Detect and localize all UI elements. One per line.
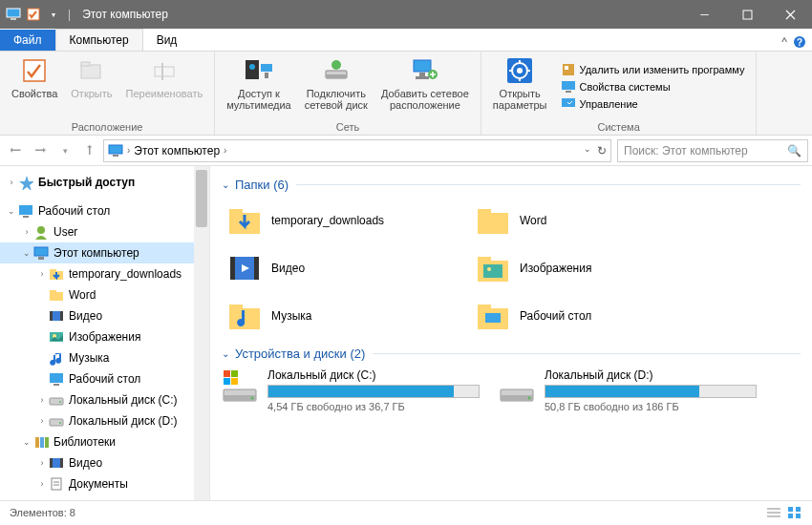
expand-icon[interactable]: › xyxy=(6,178,17,187)
expand-icon[interactable]: ⌄ xyxy=(21,248,32,258)
svg-rect-35 xyxy=(113,155,118,157)
tab-file[interactable]: Файл xyxy=(0,30,55,51)
search-input[interactable]: Поиск: Этот компьютер 🔍 xyxy=(617,139,808,162)
drive-name: Локальный диск (D:) xyxy=(545,368,757,382)
uninstall-button[interactable]: Удалить или изменить программу xyxy=(561,62,745,77)
music-icon xyxy=(227,299,262,333)
address-bar[interactable]: › Этот компьютер › ⌄ ↻ xyxy=(103,139,611,162)
drives-group-header[interactable]: ⌄Устройства и диски (2) xyxy=(222,346,801,361)
folder-name: temporary_downloads xyxy=(271,214,384,227)
svg-rect-84 xyxy=(231,370,238,377)
manage-button[interactable]: Управление xyxy=(561,96,745,112)
add-netloc-button[interactable]: Добавить сетевое расположение xyxy=(375,53,475,120)
music-icon xyxy=(48,349,65,367)
tree-item[interactable]: ›temporary_downloads xyxy=(0,263,209,284)
expand-icon[interactable]: › xyxy=(36,395,48,405)
folder-item[interactable]: Word xyxy=(470,200,718,242)
svg-rect-0 xyxy=(7,9,20,17)
expand-icon[interactable]: › xyxy=(36,479,48,489)
svg-rect-86 xyxy=(231,378,238,385)
tree-item[interactable]: ⌄Этот компьютер xyxy=(0,242,209,263)
folder-item[interactable]: Изображения xyxy=(470,247,718,289)
tree-item[interactable]: Рабочий стол xyxy=(0,368,209,389)
folder-name: Видео xyxy=(271,262,305,275)
tree-item[interactable]: Word xyxy=(0,284,209,305)
nav-tree[interactable]: ›Быстрый доступ⌄Рабочий стол›User⌄Этот к… xyxy=(0,166,210,500)
folder-item[interactable]: Музыка xyxy=(222,295,470,337)
tree-item[interactable]: Видео xyxy=(0,305,209,326)
folder-item[interactable]: Рабочий стол xyxy=(470,295,718,337)
tab-computer[interactable]: Компьютер xyxy=(55,29,143,51)
chevron-icon[interactable]: › xyxy=(127,145,130,156)
svg-rect-75 xyxy=(478,257,491,262)
manage-icon xyxy=(561,96,576,112)
qat-properties-icon[interactable] xyxy=(25,6,42,23)
expand-icon[interactable]: › xyxy=(36,458,48,468)
forward-button[interactable]: 🠖 xyxy=(29,139,52,162)
folder-item[interactable]: Видео xyxy=(222,247,470,289)
drive-item[interactable]: Локальный диск (D:)50,8 ГБ свободно из 1… xyxy=(499,368,757,412)
drive-free-text: 50,8 ГБ свободно из 186 ГБ xyxy=(545,401,757,412)
qat-dropdown-icon[interactable]: ▾ xyxy=(45,6,62,23)
tiles-view-icon[interactable] xyxy=(787,506,802,519)
tree-item-label: Библиотеки xyxy=(53,435,116,449)
expand-icon[interactable]: ⌄ xyxy=(6,206,17,216)
svg-rect-16 xyxy=(326,74,347,78)
back-button[interactable]: 🠔 xyxy=(4,139,27,162)
expand-icon[interactable]: ⌄ xyxy=(21,437,32,447)
svg-rect-69 xyxy=(478,209,491,215)
up-button[interactable]: 🠕 xyxy=(78,139,101,162)
svg-rect-51 xyxy=(50,373,63,383)
tree-item[interactable]: ›Быстрый доступ xyxy=(0,172,209,193)
content-area: ⌄Папки (6) temporary_downloadsWordВидеоИ… xyxy=(210,166,812,500)
desktop-folder-icon xyxy=(476,299,510,333)
help-icon[interactable]: ? xyxy=(793,35,806,49)
group-location-label: Расположение xyxy=(6,120,208,135)
expand-icon[interactable]: › xyxy=(36,269,48,279)
addr-dropdown-icon[interactable]: ⌄ xyxy=(584,144,591,158)
details-view-icon[interactable] xyxy=(766,506,781,519)
dlfolder-icon xyxy=(227,203,262,238)
qat-pc-icon[interactable] xyxy=(5,6,22,23)
expand-icon[interactable]: › xyxy=(21,227,32,237)
recent-dropdown[interactable]: ▾ xyxy=(53,139,76,162)
expand-icon[interactable]: › xyxy=(36,416,48,426)
tab-view[interactable]: Вид xyxy=(143,30,191,51)
rename-icon xyxy=(149,55,180,86)
tree-item[interactable]: ›Локальный диск (C:) xyxy=(0,389,209,410)
tree-item[interactable]: ›Локальный диск (D:) xyxy=(0,410,209,431)
tree-item[interactable]: Музыка xyxy=(0,347,209,368)
tree-item-label: temporary_downloads xyxy=(69,267,182,281)
map-drive-icon xyxy=(321,55,352,86)
tree-item[interactable]: ⌄Библиотеки xyxy=(0,431,209,452)
ribbon-collapse-icon[interactable]: ^ xyxy=(781,35,787,49)
tree-item[interactable]: ⌄Рабочий стол xyxy=(0,200,209,221)
media-access-icon xyxy=(244,55,274,86)
folders-group-header[interactable]: ⌄Папки (6) xyxy=(222,178,801,192)
close-button[interactable] xyxy=(769,0,812,29)
svg-rect-18 xyxy=(414,60,431,72)
sys-props-button[interactable]: Свойства системы xyxy=(561,79,745,94)
open-settings-button[interactable]: Открыть параметры xyxy=(487,53,553,120)
breadcrumb-item[interactable]: Этот компьютер xyxy=(134,144,220,158)
minimize-button[interactable]: ─ xyxy=(683,0,726,29)
map-drive-button[interactable]: Подключить сетевой диск xyxy=(299,53,374,120)
chevron-icon[interactable]: › xyxy=(224,145,226,156)
properties-button[interactable]: Свойства xyxy=(6,53,63,120)
tree-item[interactable]: Изображения xyxy=(0,326,209,347)
folder-item[interactable]: temporary_downloads xyxy=(222,200,470,242)
tree-item-label: Быстрый доступ xyxy=(38,176,135,189)
svg-rect-45 xyxy=(50,290,56,293)
pc-icon xyxy=(108,144,123,158)
tree-scrollbar[interactable] xyxy=(194,166,209,500)
media-access-button[interactable]: Доступ к мультимедиа xyxy=(221,53,297,120)
tree-item[interactable]: ›Документы xyxy=(0,473,209,494)
svg-rect-38 xyxy=(23,216,29,218)
search-icon[interactable]: 🔍 xyxy=(787,144,801,158)
refresh-icon[interactable]: ↻ xyxy=(597,144,607,158)
tree-item[interactable]: ›User xyxy=(0,221,209,242)
tree-item[interactable]: ›Видео xyxy=(0,452,209,473)
svg-point-56 xyxy=(59,422,61,424)
drive-item[interactable]: Локальный диск (C:)4,54 ГБ свободно из 3… xyxy=(222,368,480,412)
maximize-button[interactable] xyxy=(726,0,769,29)
